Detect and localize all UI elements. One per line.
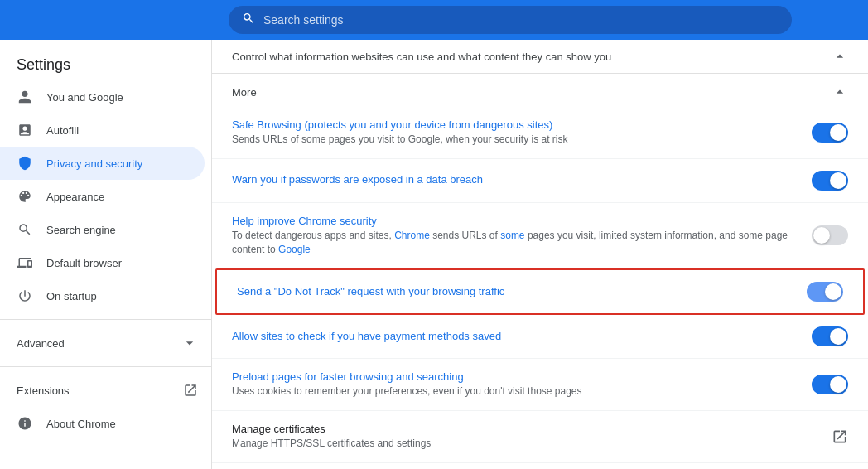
toggle-track[interactable] [812, 326, 848, 346]
setting-row-do-not-track: Send a "Do Not Track" request with your … [215, 268, 865, 315]
sidebar-item-appearance[interactable]: Appearance [0, 180, 205, 213]
toggle-track[interactable] [812, 375, 848, 394]
toggle-safe-browsing[interactable] [812, 123, 848, 143]
sidebar-item-advanced[interactable]: Advanced [0, 326, 211, 360]
setting-desc: To detect dangerous apps and sites, Chro… [232, 229, 798, 257]
content-area: Control what information websites can us… [212, 40, 868, 469]
extensions-label: Extensions [17, 384, 70, 397]
about-icon [17, 415, 33, 432]
sidebar-item-label: Privacy and security [46, 157, 142, 170]
advanced-label: Advanced [17, 337, 65, 350]
chevron-up-icon [832, 48, 848, 65]
sidebar-divider-2 [0, 366, 211, 367]
sidebar-item-search-engine[interactable]: Search engine [0, 213, 205, 246]
setting-text: Help improve Chrome security To detect d… [232, 215, 798, 257]
setting-title[interactable]: Manage certificates [232, 423, 818, 435]
sidebar-item-label: Autofill [46, 124, 79, 137]
content-top-bar: Control what information websites can us… [212, 40, 868, 74]
setting-text: Allow sites to check if you have payment… [232, 330, 798, 344]
toggle-track[interactable] [812, 123, 848, 143]
setting-text: Warn you if passwords are exposed in a d… [232, 173, 798, 187]
sidebar-item-about-chrome[interactable]: About Chrome [0, 407, 205, 440]
toggle-warn-passwords[interactable] [812, 171, 848, 191]
toggle-track[interactable] [812, 171, 848, 191]
sidebar-item-default-browser[interactable]: Default browser [0, 246, 205, 279]
external-link-icon [183, 383, 198, 398]
sidebar-item-label: On startup [46, 290, 97, 302]
setting-desc: Sends URLs of some pages you visit to Go… [232, 133, 798, 147]
setting-row-manage-certificates: Manage certificates Manage HTTPS/SSL cer… [212, 411, 868, 463]
chevron-down-icon [181, 335, 198, 351]
highlight-text: Chrome [394, 230, 430, 241]
sidebar-title: Settings [0, 46, 211, 80]
sidebar-item-extensions[interactable]: Extensions [0, 374, 211, 407]
autofill-icon [17, 122, 33, 138]
sidebar-item-label: About Chrome [46, 418, 116, 430]
sidebar-divider [0, 319, 211, 320]
toggle-thumb [830, 328, 846, 345]
toggle-do-not-track[interactable] [807, 282, 843, 302]
sidebar-item-on-startup[interactable]: On startup [0, 279, 205, 312]
browser-icon [17, 254, 33, 271]
setting-row-help-improve: Help improve Chrome security To detect d… [212, 203, 868, 269]
sidebar: Settings You and Google Autofill Privacy… [0, 40, 212, 469]
toggle-payment-methods[interactable] [812, 326, 848, 346]
header [0, 0, 868, 40]
setting-desc: Manage HTTPS/SSL certificates and settin… [232, 437, 818, 451]
toggle-thumb [830, 172, 846, 189]
external-link-icon[interactable] [832, 428, 848, 445]
search-bar[interactable] [229, 6, 792, 34]
highlight-text-3: Google [278, 244, 311, 255]
sidebar-item-label: Default browser [46, 257, 122, 269]
more-section-header: More [212, 74, 868, 107]
toggle-thumb [813, 227, 830, 244]
toggle-help-improve[interactable] [812, 225, 848, 245]
setting-row-payment-methods: Allow sites to check if you have payment… [212, 315, 868, 359]
collapse-icon [832, 84, 848, 100]
setting-title[interactable]: Safe Browsing (protects you and your dev… [232, 118, 798, 131]
setting-title[interactable]: Allow sites to check if you have payment… [232, 330, 798, 342]
setting-text: Manage certificates Manage HTTPS/SSL cer… [232, 423, 818, 451]
shield-icon [17, 155, 33, 172]
setting-text: Preload pages for faster browsing and se… [232, 370, 798, 399]
setting-title[interactable]: Help improve Chrome security [232, 215, 798, 227]
sidebar-item-privacy[interactable]: Privacy and security [0, 147, 205, 180]
setting-title[interactable]: Send a "Do Not Track" request with your … [237, 285, 793, 297]
search-input[interactable] [263, 13, 779, 27]
toggle-track[interactable] [807, 282, 843, 302]
highlight-text-2: some [500, 230, 524, 241]
toggle-thumb [830, 376, 846, 393]
toggle-preload-pages[interactable] [812, 375, 848, 394]
search-icon [242, 12, 255, 28]
toggle-track[interactable] [812, 225, 848, 245]
main-layout: Settings You and Google Autofill Privacy… [0, 40, 868, 469]
sidebar-item-you-and-google[interactable]: You and Google [0, 80, 205, 114]
more-label: More [232, 86, 257, 99]
sidebar-item-label: Appearance [46, 191, 104, 203]
sidebar-item-label: Search engine [46, 224, 116, 236]
setting-text: Send a "Do Not Track" request with your … [237, 285, 793, 299]
setting-title[interactable]: Preload pages for faster browsing and se… [232, 370, 798, 383]
startup-icon [17, 288, 33, 304]
appearance-icon [17, 188, 33, 205]
content-top-description: Control what information websites can us… [232, 51, 611, 63]
setting-desc: Uses cookies to remember your preference… [232, 384, 798, 399]
person-icon [17, 89, 33, 105]
sidebar-item-autofill[interactable]: Autofill [0, 114, 205, 147]
setting-row-safe-browsing: Safe Browsing (protects you and your dev… [212, 107, 868, 159]
toggle-thumb [825, 283, 841, 300]
setting-title[interactable]: Warn you if passwords are exposed in a d… [232, 173, 798, 186]
toggle-thumb [830, 124, 846, 141]
setting-row-warn-passwords: Warn you if passwords are exposed in a d… [212, 159, 868, 203]
sidebar-item-label: You and Google [46, 91, 123, 104]
setting-row-preload-pages: Preload pages for faster browsing and se… [212, 359, 868, 411]
search-engine-icon [17, 221, 33, 238]
setting-text: Safe Browsing (protects you and your dev… [232, 118, 798, 147]
